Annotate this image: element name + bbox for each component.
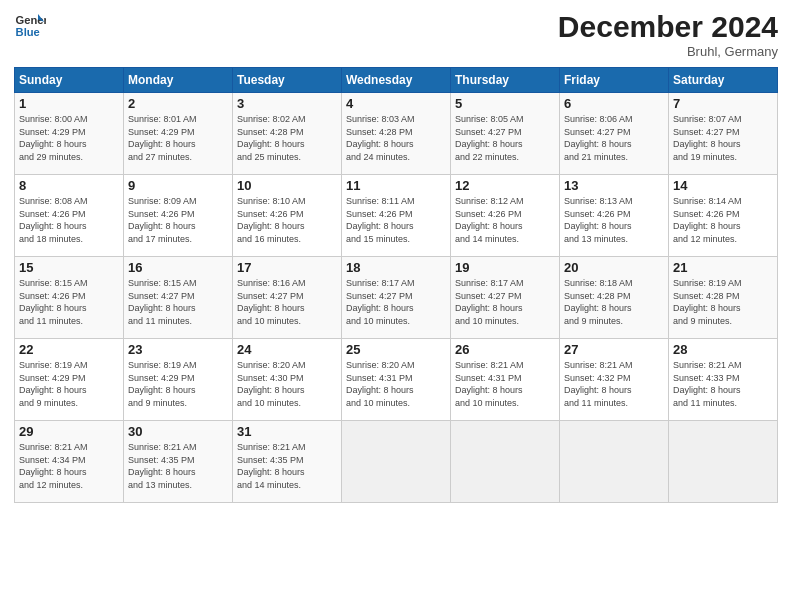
day-info: Sunrise: 8:21 AM Sunset: 4:35 PM Dayligh… [128,441,228,491]
day-info: Sunrise: 8:01 AM Sunset: 4:29 PM Dayligh… [128,113,228,163]
day-info: Sunrise: 8:12 AM Sunset: 4:26 PM Dayligh… [455,195,555,245]
day-number: 2 [128,96,228,111]
day-info: Sunrise: 8:21 AM Sunset: 4:33 PM Dayligh… [673,359,773,409]
calendar-cell: 22Sunrise: 8:19 AM Sunset: 4:29 PM Dayli… [15,339,124,421]
calendar-body: 1Sunrise: 8:00 AM Sunset: 4:29 PM Daylig… [15,93,778,503]
day-info: Sunrise: 8:21 AM Sunset: 4:32 PM Dayligh… [564,359,664,409]
calendar-header-row: SundayMondayTuesdayWednesdayThursdayFrid… [15,68,778,93]
day-info: Sunrise: 8:19 AM Sunset: 4:28 PM Dayligh… [673,277,773,327]
day-info: Sunrise: 8:16 AM Sunset: 4:27 PM Dayligh… [237,277,337,327]
day-info: Sunrise: 8:21 AM Sunset: 4:31 PM Dayligh… [455,359,555,409]
day-number: 1 [19,96,119,111]
calendar-header-cell: Saturday [669,68,778,93]
calendar-cell [342,421,451,503]
calendar-cell: 26Sunrise: 8:21 AM Sunset: 4:31 PM Dayli… [451,339,560,421]
day-number: 18 [346,260,446,275]
calendar-week-row: 15Sunrise: 8:15 AM Sunset: 4:26 PM Dayli… [15,257,778,339]
calendar-cell: 18Sunrise: 8:17 AM Sunset: 4:27 PM Dayli… [342,257,451,339]
day-number: 6 [564,96,664,111]
calendar-cell: 31Sunrise: 8:21 AM Sunset: 4:35 PM Dayli… [233,421,342,503]
calendar-cell: 9Sunrise: 8:09 AM Sunset: 4:26 PM Daylig… [124,175,233,257]
calendar-week-row: 29Sunrise: 8:21 AM Sunset: 4:34 PM Dayli… [15,421,778,503]
calendar-cell [451,421,560,503]
calendar-header-cell: Thursday [451,68,560,93]
calendar-cell: 5Sunrise: 8:05 AM Sunset: 4:27 PM Daylig… [451,93,560,175]
calendar-cell: 2Sunrise: 8:01 AM Sunset: 4:29 PM Daylig… [124,93,233,175]
day-info: Sunrise: 8:14 AM Sunset: 4:26 PM Dayligh… [673,195,773,245]
calendar-header-cell: Friday [560,68,669,93]
day-number: 31 [237,424,337,439]
day-info: Sunrise: 8:21 AM Sunset: 4:35 PM Dayligh… [237,441,337,491]
day-number: 28 [673,342,773,357]
day-number: 11 [346,178,446,193]
day-number: 4 [346,96,446,111]
day-info: Sunrise: 8:07 AM Sunset: 4:27 PM Dayligh… [673,113,773,163]
day-number: 12 [455,178,555,193]
day-info: Sunrise: 8:18 AM Sunset: 4:28 PM Dayligh… [564,277,664,327]
day-info: Sunrise: 8:19 AM Sunset: 4:29 PM Dayligh… [128,359,228,409]
calendar-cell: 7Sunrise: 8:07 AM Sunset: 4:27 PM Daylig… [669,93,778,175]
day-number: 9 [128,178,228,193]
calendar-cell: 21Sunrise: 8:19 AM Sunset: 4:28 PM Dayli… [669,257,778,339]
day-info: Sunrise: 8:02 AM Sunset: 4:28 PM Dayligh… [237,113,337,163]
calendar-cell: 29Sunrise: 8:21 AM Sunset: 4:34 PM Dayli… [15,421,124,503]
day-info: Sunrise: 8:11 AM Sunset: 4:26 PM Dayligh… [346,195,446,245]
day-number: 5 [455,96,555,111]
calendar-cell: 13Sunrise: 8:13 AM Sunset: 4:26 PM Dayli… [560,175,669,257]
calendar-cell: 28Sunrise: 8:21 AM Sunset: 4:33 PM Dayli… [669,339,778,421]
calendar-week-row: 22Sunrise: 8:19 AM Sunset: 4:29 PM Dayli… [15,339,778,421]
calendar-cell: 15Sunrise: 8:15 AM Sunset: 4:26 PM Dayli… [15,257,124,339]
subtitle: Bruhl, Germany [558,44,778,59]
calendar-cell: 30Sunrise: 8:21 AM Sunset: 4:35 PM Dayli… [124,421,233,503]
day-info: Sunrise: 8:03 AM Sunset: 4:28 PM Dayligh… [346,113,446,163]
calendar-cell: 24Sunrise: 8:20 AM Sunset: 4:30 PM Dayli… [233,339,342,421]
month-title: December 2024 [558,10,778,44]
calendar-cell [669,421,778,503]
day-info: Sunrise: 8:17 AM Sunset: 4:27 PM Dayligh… [346,277,446,327]
calendar-cell: 3Sunrise: 8:02 AM Sunset: 4:28 PM Daylig… [233,93,342,175]
calendar-cell: 14Sunrise: 8:14 AM Sunset: 4:26 PM Dayli… [669,175,778,257]
day-number: 27 [564,342,664,357]
day-info: Sunrise: 8:15 AM Sunset: 4:27 PM Dayligh… [128,277,228,327]
day-number: 25 [346,342,446,357]
day-number: 16 [128,260,228,275]
calendar-header-cell: Sunday [15,68,124,93]
header: General Blue December 2024 Bruhl, German… [14,10,778,59]
calendar-week-row: 8Sunrise: 8:08 AM Sunset: 4:26 PM Daylig… [15,175,778,257]
day-number: 15 [19,260,119,275]
day-number: 7 [673,96,773,111]
calendar-cell: 4Sunrise: 8:03 AM Sunset: 4:28 PM Daylig… [342,93,451,175]
calendar-cell: 6Sunrise: 8:06 AM Sunset: 4:27 PM Daylig… [560,93,669,175]
calendar-cell: 27Sunrise: 8:21 AM Sunset: 4:32 PM Dayli… [560,339,669,421]
day-number: 29 [19,424,119,439]
day-info: Sunrise: 8:21 AM Sunset: 4:34 PM Dayligh… [19,441,119,491]
day-number: 22 [19,342,119,357]
calendar-week-row: 1Sunrise: 8:00 AM Sunset: 4:29 PM Daylig… [15,93,778,175]
day-info: Sunrise: 8:05 AM Sunset: 4:27 PM Dayligh… [455,113,555,163]
day-info: Sunrise: 8:06 AM Sunset: 4:27 PM Dayligh… [564,113,664,163]
day-info: Sunrise: 8:13 AM Sunset: 4:26 PM Dayligh… [564,195,664,245]
day-number: 3 [237,96,337,111]
day-info: Sunrise: 8:10 AM Sunset: 4:26 PM Dayligh… [237,195,337,245]
calendar-cell: 19Sunrise: 8:17 AM Sunset: 4:27 PM Dayli… [451,257,560,339]
day-number: 13 [564,178,664,193]
calendar-cell: 17Sunrise: 8:16 AM Sunset: 4:27 PM Dayli… [233,257,342,339]
day-number: 21 [673,260,773,275]
title-block: December 2024 Bruhl, Germany [558,10,778,59]
day-number: 14 [673,178,773,193]
day-info: Sunrise: 8:19 AM Sunset: 4:29 PM Dayligh… [19,359,119,409]
day-info: Sunrise: 8:20 AM Sunset: 4:31 PM Dayligh… [346,359,446,409]
calendar-cell: 20Sunrise: 8:18 AM Sunset: 4:28 PM Dayli… [560,257,669,339]
day-number: 10 [237,178,337,193]
day-number: 26 [455,342,555,357]
calendar-header-cell: Tuesday [233,68,342,93]
day-info: Sunrise: 8:15 AM Sunset: 4:26 PM Dayligh… [19,277,119,327]
logo-icon: General Blue [14,10,46,42]
calendar-cell: 1Sunrise: 8:00 AM Sunset: 4:29 PM Daylig… [15,93,124,175]
calendar-cell: 23Sunrise: 8:19 AM Sunset: 4:29 PM Dayli… [124,339,233,421]
calendar-cell [560,421,669,503]
day-number: 17 [237,260,337,275]
day-info: Sunrise: 8:00 AM Sunset: 4:29 PM Dayligh… [19,113,119,163]
page-container: General Blue December 2024 Bruhl, German… [0,0,792,513]
day-info: Sunrise: 8:09 AM Sunset: 4:26 PM Dayligh… [128,195,228,245]
